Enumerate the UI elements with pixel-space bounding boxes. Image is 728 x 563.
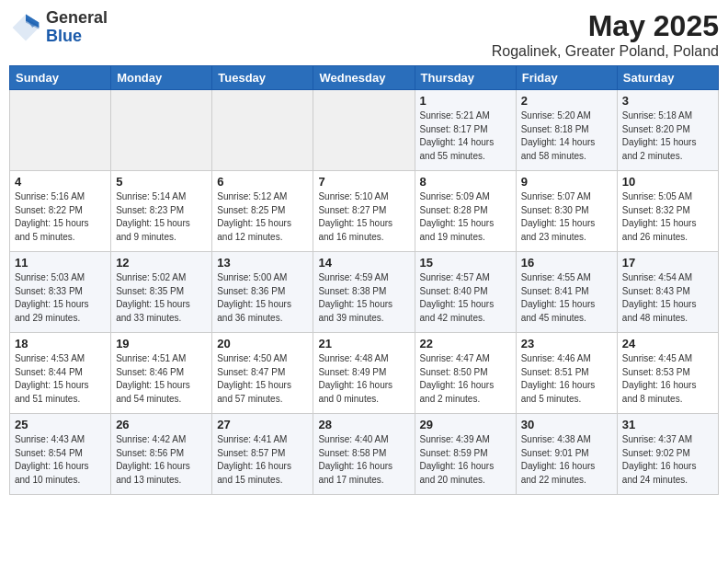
day-number: 7	[318, 175, 409, 189]
table-row: 27Sunrise: 4:41 AM Sunset: 8:57 PM Dayli…	[212, 414, 313, 495]
day-number: 26	[116, 418, 207, 431]
day-info: Sunrise: 5:02 AM Sunset: 8:35 PM Dayligh…	[116, 271, 207, 325]
table-row: 4Sunrise: 5:16 AM Sunset: 8:22 PM Daylig…	[10, 171, 111, 252]
table-row: 3Sunrise: 5:18 AM Sunset: 8:20 PM Daylig…	[617, 90, 718, 171]
location: Rogalinek, Greater Poland, Poland	[492, 43, 719, 60]
day-number: 27	[217, 418, 308, 431]
day-info: Sunrise: 4:59 AM Sunset: 8:38 PM Dayligh…	[318, 271, 409, 325]
table-row: 25Sunrise: 4:43 AM Sunset: 8:54 PM Dayli…	[10, 414, 111, 495]
day-number: 28	[318, 418, 409, 431]
week-row-2: 4Sunrise: 5:16 AM Sunset: 8:22 PM Daylig…	[10, 171, 719, 252]
day-info: Sunrise: 4:57 AM Sunset: 8:40 PM Dayligh…	[420, 271, 511, 325]
day-info: Sunrise: 5:18 AM Sunset: 8:20 PM Dayligh…	[622, 109, 713, 163]
day-info: Sunrise: 4:38 AM Sunset: 9:01 PM Dayligh…	[521, 433, 612, 487]
day-number: 3	[622, 94, 713, 108]
calendar-header-row: Sunday Monday Tuesday Wednesday Thursday…	[10, 66, 719, 90]
day-number: 12	[116, 256, 207, 270]
week-row-4: 18Sunrise: 4:53 AM Sunset: 8:44 PM Dayli…	[10, 333, 719, 414]
day-info: Sunrise: 5:12 AM Sunset: 8:25 PM Dayligh…	[217, 190, 308, 244]
day-number: 18	[15, 337, 106, 350]
table-row: 23Sunrise: 4:46 AM Sunset: 8:51 PM Dayli…	[516, 333, 617, 414]
col-tuesday: Tuesday	[212, 66, 313, 90]
table-row: 5Sunrise: 5:14 AM Sunset: 8:23 PM Daylig…	[111, 171, 212, 252]
day-info: Sunrise: 4:37 AM Sunset: 9:02 PM Dayligh…	[622, 433, 713, 487]
day-number: 2	[521, 94, 612, 108]
col-wednesday: Wednesday	[313, 66, 415, 90]
day-number: 15	[420, 256, 511, 270]
day-number: 10	[622, 175, 713, 189]
day-number: 22	[420, 337, 511, 350]
day-info: Sunrise: 4:55 AM Sunset: 8:41 PM Dayligh…	[521, 271, 612, 325]
day-number: 5	[116, 175, 207, 189]
day-number: 8	[420, 175, 511, 189]
table-row: 11Sunrise: 5:03 AM Sunset: 8:33 PM Dayli…	[10, 252, 111, 333]
day-number: 4	[15, 175, 106, 189]
table-row: 15Sunrise: 4:57 AM Sunset: 8:40 PM Dayli…	[415, 252, 516, 333]
day-number: 13	[217, 256, 308, 270]
day-info: Sunrise: 5:14 AM Sunset: 8:23 PM Dayligh…	[116, 190, 207, 244]
day-info: Sunrise: 5:21 AM Sunset: 8:17 PM Dayligh…	[420, 109, 511, 163]
table-row: 13Sunrise: 5:00 AM Sunset: 8:36 PM Dayli…	[212, 252, 313, 333]
table-row: 30Sunrise: 4:38 AM Sunset: 9:01 PM Dayli…	[516, 414, 617, 495]
col-thursday: Thursday	[415, 66, 516, 90]
table-row: 29Sunrise: 4:39 AM Sunset: 8:59 PM Dayli…	[415, 414, 516, 495]
day-number: 14	[318, 256, 409, 270]
table-row	[111, 90, 212, 171]
table-row: 2Sunrise: 5:20 AM Sunset: 8:18 PM Daylig…	[516, 90, 617, 171]
day-info: Sunrise: 5:16 AM Sunset: 8:22 PM Dayligh…	[15, 190, 106, 244]
col-sunday: Sunday	[10, 66, 111, 90]
table-row: 28Sunrise: 4:40 AM Sunset: 8:58 PM Dayli…	[313, 414, 415, 495]
table-row	[313, 90, 415, 171]
table-row: 12Sunrise: 5:02 AM Sunset: 8:35 PM Dayli…	[111, 252, 212, 333]
table-row	[10, 90, 111, 171]
day-number: 31	[622, 418, 713, 431]
table-row: 6Sunrise: 5:12 AM Sunset: 8:25 PM Daylig…	[212, 171, 313, 252]
table-row: 22Sunrise: 4:47 AM Sunset: 8:50 PM Dayli…	[415, 333, 516, 414]
day-number: 16	[521, 256, 612, 270]
day-info: Sunrise: 4:42 AM Sunset: 8:56 PM Dayligh…	[116, 433, 207, 487]
day-info: Sunrise: 4:39 AM Sunset: 8:59 PM Dayligh…	[420, 433, 511, 487]
month-year: May 2025	[492, 9, 719, 43]
logo-text: General Blue	[46, 9, 108, 46]
day-info: Sunrise: 4:47 AM Sunset: 8:50 PM Dayligh…	[420, 352, 511, 406]
day-info: Sunrise: 5:09 AM Sunset: 8:28 PM Dayligh…	[420, 190, 511, 244]
day-info: Sunrise: 4:51 AM Sunset: 8:46 PM Dayligh…	[116, 352, 207, 406]
day-info: Sunrise: 4:48 AM Sunset: 8:49 PM Dayligh…	[318, 352, 409, 406]
day-info: Sunrise: 5:07 AM Sunset: 8:30 PM Dayligh…	[521, 190, 612, 244]
day-info: Sunrise: 4:41 AM Sunset: 8:57 PM Dayligh…	[217, 433, 308, 487]
page-header: General Blue May 2025 Rogalinek, Greater…	[9, 9, 719, 60]
day-info: Sunrise: 4:50 AM Sunset: 8:47 PM Dayligh…	[217, 352, 308, 406]
day-info: Sunrise: 4:54 AM Sunset: 8:43 PM Dayligh…	[622, 271, 713, 325]
table-row: 1Sunrise: 5:21 AM Sunset: 8:17 PM Daylig…	[415, 90, 516, 171]
day-info: Sunrise: 4:53 AM Sunset: 8:44 PM Dayligh…	[15, 352, 106, 406]
logo-blue: Blue	[46, 28, 108, 46]
day-number: 29	[420, 418, 511, 431]
col-monday: Monday	[111, 66, 212, 90]
table-row: 19Sunrise: 4:51 AM Sunset: 8:46 PM Dayli…	[111, 333, 212, 414]
day-info: Sunrise: 4:40 AM Sunset: 8:58 PM Dayligh…	[318, 433, 409, 487]
table-row	[212, 90, 313, 171]
title-block: May 2025 Rogalinek, Greater Poland, Pola…	[492, 9, 719, 60]
day-info: Sunrise: 4:46 AM Sunset: 8:51 PM Dayligh…	[521, 352, 612, 406]
day-number: 30	[521, 418, 612, 431]
table-row: 31Sunrise: 4:37 AM Sunset: 9:02 PM Dayli…	[617, 414, 718, 495]
table-row: 24Sunrise: 4:45 AM Sunset: 8:53 PM Dayli…	[617, 333, 718, 414]
day-number: 20	[217, 337, 308, 350]
day-info: Sunrise: 5:20 AM Sunset: 8:18 PM Dayligh…	[521, 109, 612, 163]
day-info: Sunrise: 5:05 AM Sunset: 8:32 PM Dayligh…	[622, 190, 713, 244]
logo-icon	[9, 11, 42, 44]
calendar-table: Sunday Monday Tuesday Wednesday Thursday…	[9, 65, 719, 495]
day-info: Sunrise: 4:45 AM Sunset: 8:53 PM Dayligh…	[622, 352, 713, 406]
day-number: 19	[116, 337, 207, 350]
table-row: 17Sunrise: 4:54 AM Sunset: 8:43 PM Dayli…	[617, 252, 718, 333]
day-number: 23	[521, 337, 612, 350]
week-row-1: 1Sunrise: 5:21 AM Sunset: 8:17 PM Daylig…	[10, 90, 719, 171]
day-number: 17	[622, 256, 713, 270]
day-number: 9	[521, 175, 612, 189]
table-row: 18Sunrise: 4:53 AM Sunset: 8:44 PM Dayli…	[10, 333, 111, 414]
table-row: 9Sunrise: 5:07 AM Sunset: 8:30 PM Daylig…	[516, 171, 617, 252]
table-row: 7Sunrise: 5:10 AM Sunset: 8:27 PM Daylig…	[313, 171, 415, 252]
col-friday: Friday	[516, 66, 617, 90]
table-row: 16Sunrise: 4:55 AM Sunset: 8:41 PM Dayli…	[516, 252, 617, 333]
table-row: 10Sunrise: 5:05 AM Sunset: 8:32 PM Dayli…	[617, 171, 718, 252]
